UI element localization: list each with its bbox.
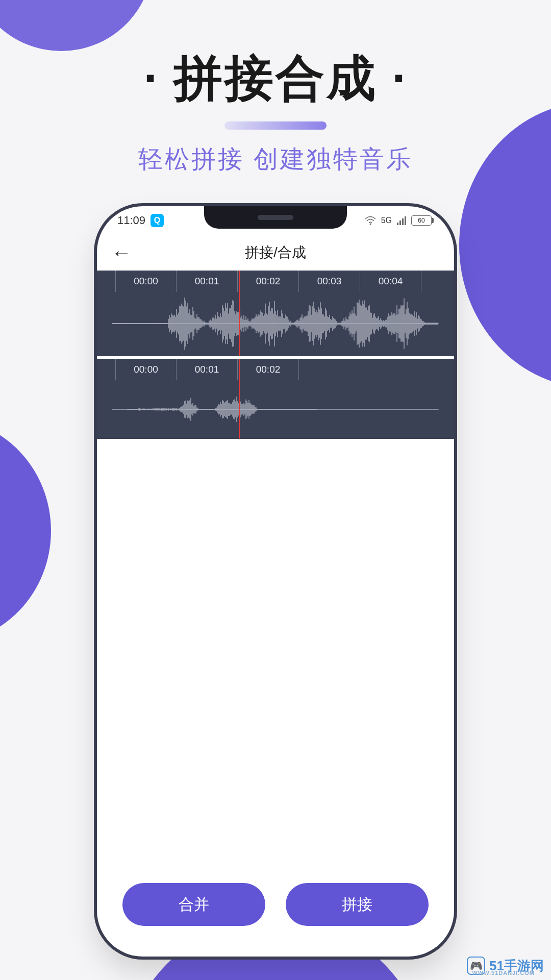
merge-button[interactable]: 合并 — [122, 883, 265, 926]
time-label: 00:01 — [177, 359, 238, 380]
phone-notch — [204, 206, 347, 229]
page-title: 拼接/合成 — [245, 243, 306, 262]
watermark-sub: WWW.51DANJI.COM — [472, 970, 535, 976]
action-bar: 合并 拼接 — [97, 883, 454, 926]
headline-underline — [224, 121, 327, 130]
headline-title: 拼接合成 — [0, 46, 551, 112]
playhead[interactable] — [239, 359, 240, 439]
time-label: 00:03 — [299, 271, 360, 292]
waveform[interactable] — [97, 380, 454, 439]
status-network-label: 5G — [381, 216, 392, 225]
wifi-icon — [365, 216, 376, 225]
waveform-svg — [112, 292, 439, 356]
time-ruler: 00:00 00:01 00:02 — [97, 359, 454, 380]
time-label: 00:00 — [115, 359, 177, 380]
marketing-headline: 拼接合成 轻松拼接 创建独特音乐 — [0, 0, 551, 176]
cellular-icon — [397, 216, 406, 225]
status-app-icon — [151, 214, 164, 227]
bg-blob — [0, 419, 51, 643]
battery-level: 60 — [411, 215, 432, 226]
svg-point-0 — [369, 224, 371, 225]
waveform-svg — [112, 380, 439, 439]
app-header: ← 拼接/合成 — [97, 235, 454, 271]
splice-button[interactable]: 拼接 — [286, 883, 429, 926]
time-label: 00:02 — [238, 359, 299, 380]
audio-track-1[interactable]: 00:00 00:01 00:02 00:03 00:04 — [97, 271, 454, 356]
watermark: 🎮 51手游网 WWW.51DANJI.COM — [467, 957, 544, 975]
status-time: 11:09 — [117, 214, 145, 227]
playhead[interactable] — [239, 271, 240, 356]
time-label: 00:04 — [360, 271, 421, 292]
time-ruler: 00:00 00:01 00:02 00:03 00:04 — [97, 271, 454, 292]
phone-mockup: 11:09 5G 60 ← 拼接/合成 00:00 00:01 00:02 00… — [97, 206, 454, 957]
time-label: 00:01 — [177, 271, 238, 292]
audio-track-2[interactable]: 00:00 00:01 00:02 — [97, 359, 454, 439]
time-label: 00:02 — [238, 271, 299, 292]
back-button[interactable]: ← — [111, 241, 132, 264]
time-label: 00:00 — [115, 271, 177, 292]
waveform[interactable] — [97, 292, 454, 356]
battery-icon: 60 — [411, 215, 434, 226]
headline-subtitle: 轻松拼接 创建独特音乐 — [0, 143, 551, 176]
